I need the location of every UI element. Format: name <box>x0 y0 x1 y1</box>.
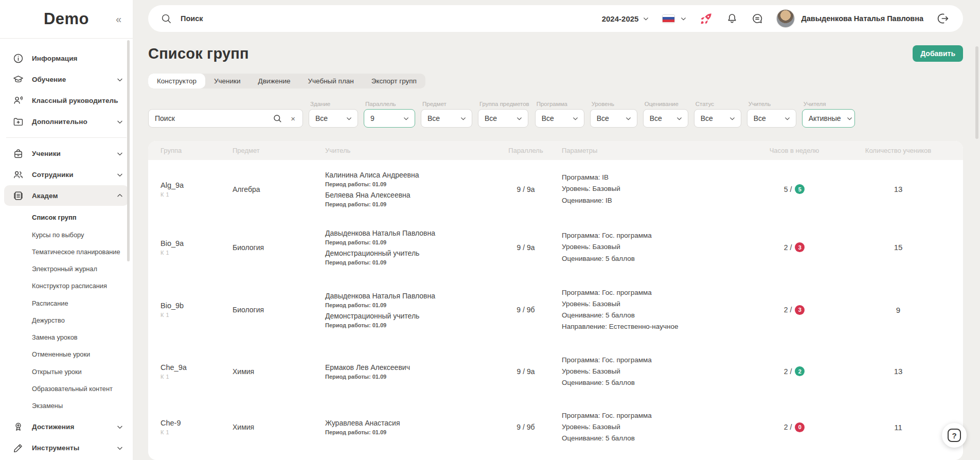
filter-select[interactable]: Активные <box>802 109 855 128</box>
subject-cell: Химия <box>233 367 325 376</box>
backpack-icon <box>12 148 24 160</box>
filter-value: Все <box>315 114 328 122</box>
param-line: Программа: Гос. программа <box>562 230 743 241</box>
column-header: Количество учеников <box>846 147 951 154</box>
filter-select[interactable]: Все <box>643 109 688 128</box>
teacher-period: Период работы: 01.09 <box>325 201 490 207</box>
table-row[interactable]: Bio_9bК 1БиологияДавыденкова Наталья Пав… <box>161 276 951 344</box>
tab-движение[interactable]: Движение <box>250 74 299 89</box>
chevron-down-icon <box>572 115 579 122</box>
filter-select[interactable]: Все <box>309 109 358 128</box>
table-row[interactable]: Bio_9aК 1БиологияДавыденкова Наталья Пав… <box>161 218 951 276</box>
language-select[interactable] <box>662 14 687 23</box>
divider <box>0 38 133 39</box>
filter-параллель: Параллель9 <box>364 101 415 128</box>
submenu-item[interactable]: Отмененные уроки <box>0 346 129 363</box>
submenu-item[interactable]: Электронный журнал <box>0 260 129 277</box>
help-button[interactable]: ? <box>942 423 967 448</box>
sidebar-item-extra[interactable]: Дополнительно <box>0 111 133 132</box>
sidebar-item-info[interactable]: Информация <box>0 48 133 69</box>
sidebar-item-academ[interactable]: Академ <box>4 185 129 206</box>
teacher-name: Журавлева Анастасия <box>325 419 490 427</box>
page-scrollbar[interactable] <box>975 46 978 139</box>
group-name: Bio_9b <box>161 302 233 310</box>
submenu-item[interactable]: Экзамены <box>0 397 129 414</box>
group-cell: Bio_9aК 1 <box>161 239 233 256</box>
filter-select[interactable]: 9 <box>364 109 415 128</box>
students-cell: 11 <box>846 423 951 432</box>
submenu-item[interactable]: Замена уроков <box>0 329 129 346</box>
submenu-item[interactable]: Тематическое планирование <box>0 243 129 260</box>
sidebar-collapse-icon[interactable]: « <box>116 13 121 25</box>
logout-icon[interactable] <box>936 12 950 25</box>
group-name: Alg_9a <box>161 181 233 189</box>
submenu-item[interactable]: Конструктор расписания <box>0 277 129 294</box>
chat-icon[interactable] <box>751 12 763 25</box>
app-logo: Demo <box>44 10 89 28</box>
filter-select[interactable]: Все <box>421 109 472 128</box>
group-name: Che_9a <box>161 363 233 371</box>
subject-cell: Биология <box>233 243 325 252</box>
table-search-input[interactable] <box>155 114 273 122</box>
tab-учебный-план[interactable]: Учебный план <box>299 74 362 89</box>
params-cell: Программа: IBУровень: БазовыйОценивание:… <box>562 172 743 206</box>
submenu-item[interactable]: Список групп <box>0 209 129 226</box>
sidebar-item-class-teacher[interactable]: Классный руководитель <box>0 90 133 111</box>
submenu-item[interactable]: Дежурство <box>0 312 129 329</box>
students-cell: 15 <box>846 243 951 252</box>
chevron-down-icon <box>116 118 123 126</box>
user-menu[interactable]: Давыденкова Наталья Павловна <box>776 9 923 28</box>
group-name: Bio_9a <box>161 239 233 247</box>
topbar-search[interactable] <box>161 13 294 25</box>
filter-select[interactable]: Все <box>535 109 584 128</box>
tab-экспорт-групп[interactable]: Экспорт групп <box>363 74 425 89</box>
tab-ученики[interactable]: Ученики <box>205 74 250 89</box>
filter-select[interactable]: Все <box>747 109 796 128</box>
table-row[interactable]: Che-9К 1ХимияЖуравлева АнастасияПериод р… <box>161 399 951 455</box>
filters-row: × ЗданиеВсеПараллель9ПредметВсеГруппа пр… <box>148 101 963 128</box>
group-cell: Che_9aК 1 <box>161 363 233 380</box>
sidebar-item-students[interactable]: Ученики <box>0 143 133 164</box>
table-search[interactable]: × <box>148 109 303 128</box>
chevron-down-icon <box>516 115 523 122</box>
search-icon[interactable] <box>273 114 282 123</box>
sidebar-item-tools[interactable]: Инструменты <box>0 437 133 458</box>
topbar-search-input[interactable] <box>181 14 294 23</box>
sidebar-item-achievements[interactable]: Достижения <box>0 416 133 437</box>
filter-select[interactable]: Все <box>694 109 741 128</box>
rocket-icon[interactable] <box>700 12 713 25</box>
filter-label: Параллель <box>365 101 415 107</box>
sidebar-item-label: Дополнительно <box>32 118 87 126</box>
teacher-name: Беляева Яна Алексеевна <box>325 191 490 199</box>
filter-select[interactable]: Все <box>590 109 637 128</box>
filter-здание: ЗданиеВсе <box>309 101 358 128</box>
table-row[interactable]: Che_9aК 1ХимияЕрмаков Лев АлексеевичПери… <box>161 344 951 399</box>
param-line: Уровень: Базовый <box>562 366 743 377</box>
add-button[interactable]: Добавить <box>913 45 963 62</box>
group-cell: Che-9К 1 <box>161 419 233 435</box>
hours-cell: 2 /3 <box>743 305 846 315</box>
year-select[interactable]: 2024-2025 <box>602 14 650 23</box>
sidebar-item-label: Классный руководитель <box>32 97 118 104</box>
sidebar-item-staff[interactable]: Сотрудники <box>0 164 133 185</box>
submenu-item[interactable]: Образовательный контент <box>0 380 129 397</box>
submenu-item[interactable]: Расписание <box>0 295 129 312</box>
submenu-item[interactable]: Курсы по выбору <box>0 226 129 243</box>
sidebar-item-label: Инструменты <box>32 444 79 452</box>
parallel-cell: 9 / 9а <box>490 243 562 252</box>
russian-flag-icon <box>662 14 675 23</box>
sidebar-item-education[interactable]: Обучение <box>0 69 133 90</box>
bell-icon[interactable] <box>726 12 738 25</box>
submenu-item[interactable]: Открытые уроки <box>0 363 129 380</box>
table-body: Alg_9aК 1АлгебраКалинина Алиса Андреевна… <box>161 160 951 455</box>
filter-value: Все <box>650 114 662 122</box>
sidebar-scrollbar[interactable] <box>127 40 130 261</box>
table-row[interactable]: Alg_9aК 1АлгебраКалинина Алиса Андреевна… <box>161 160 951 218</box>
hours-badge: 0 <box>795 422 805 432</box>
chevron-down-icon <box>625 115 632 122</box>
filter-select[interactable]: Все <box>478 109 528 128</box>
chevron-down-icon <box>729 115 736 122</box>
tab-конструктор[interactable]: Конструктор <box>148 74 205 89</box>
clear-search-icon[interactable]: × <box>289 114 297 123</box>
chevron-down-icon <box>460 115 467 122</box>
